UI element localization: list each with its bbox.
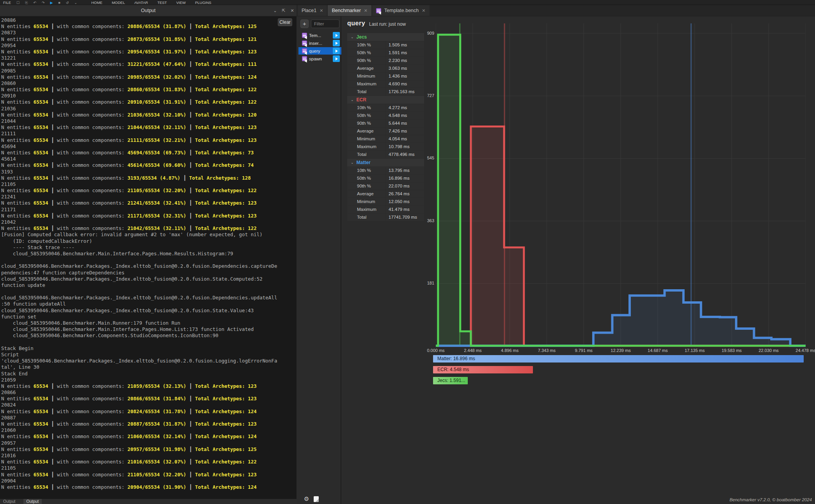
stats-section-header-matter[interactable]: ⌄Matter bbox=[347, 159, 424, 166]
script-icon bbox=[302, 56, 307, 61]
stat-label: Average bbox=[347, 127, 385, 135]
stat-label: Maximum bbox=[347, 143, 385, 150]
console-error-line: tal', Line 30 bbox=[1, 364, 297, 370]
clear-button[interactable]: Clear bbox=[278, 18, 292, 26]
run-benchmark-button[interactable] bbox=[333, 32, 340, 39]
benchmark-item-Tem[interactable]: Tem... bbox=[298, 32, 341, 39]
benchmark-item-spawn[interactable]: spawn bbox=[298, 55, 341, 62]
stat-label: Maximum bbox=[347, 206, 385, 213]
chevron-down-icon[interactable]: ⌄ bbox=[271, 8, 279, 13]
add-benchmark-button[interactable]: + bbox=[300, 19, 309, 28]
ribbon-tab-avatar[interactable]: AVATAR bbox=[134, 0, 148, 5]
output-footer-tab-0[interactable]: Output bbox=[0, 499, 19, 504]
clipboard-icon[interactable]: ☐ bbox=[16, 1, 20, 5]
stop-icon[interactable]: ■ bbox=[58, 1, 60, 5]
close-icon[interactable]: ✕ bbox=[320, 8, 323, 13]
console-error-line bbox=[1, 339, 297, 345]
ribbon-tab-model[interactable]: MODEL bbox=[112, 0, 125, 5]
console-line: N entities 65534 ┃ with common component… bbox=[1, 396, 297, 402]
stat-value: 2.230 ms bbox=[385, 57, 424, 64]
ribbon-tab-view[interactable]: VIEW bbox=[176, 0, 186, 5]
console-line: 20873 bbox=[1, 30, 297, 36]
history-icon[interactable]: ↺ bbox=[66, 1, 69, 5]
console-line: N entities 65534 ┃ with common component… bbox=[1, 49, 297, 55]
console-line: 21105 bbox=[1, 465, 297, 471]
x-tick-label: 17.135 ms bbox=[681, 348, 708, 353]
tab-place1[interactable]: Place1✕ bbox=[298, 5, 327, 16]
stats-section-header-ecr[interactable]: ⌄ECR bbox=[347, 96, 424, 104]
console-error-line: function update bbox=[1, 282, 297, 288]
stat-label: 50th % bbox=[347, 49, 385, 57]
stat-value: 4.054 ms bbox=[385, 135, 424, 143]
stat-value: 22.070 ms bbox=[385, 182, 424, 190]
output-footer-tab-1[interactable]: Output bbox=[23, 499, 42, 504]
console-line: 21044 bbox=[1, 118, 297, 124]
redo-icon[interactable]: ↷ bbox=[42, 1, 45, 5]
console-line: N entities 65534 ┃ with common component… bbox=[1, 225, 297, 232]
ribbon-tab-test[interactable]: TEST bbox=[157, 0, 167, 5]
benchmark-label: Tem... bbox=[309, 33, 331, 38]
stats-section-header-jecs[interactable]: ⌄Jecs bbox=[347, 33, 424, 41]
stat-row: Maximum4.690 ms bbox=[347, 80, 424, 88]
x-tick-label: 12.239 ms bbox=[607, 348, 634, 353]
stat-row: 10th %1.505 ms bbox=[347, 41, 424, 49]
tab-benchmarker[interactable]: Benchmarker✕ bbox=[328, 5, 371, 16]
x-tick-label: 9.791 ms bbox=[570, 348, 597, 353]
y-tick-label: 363 bbox=[419, 218, 434, 223]
stat-label: Minimum bbox=[347, 198, 385, 205]
last-run-label: Last run: just now bbox=[369, 21, 406, 27]
benchmark-label: inser... bbox=[309, 41, 331, 46]
tab-template-bench[interactable]: Template.bench✕ bbox=[372, 5, 429, 16]
console-error-line: [Fusion] Computed callback error: invali… bbox=[1, 232, 297, 238]
legend-bar-ecr: ECR: 4.548 ms bbox=[433, 366, 533, 373]
paste-icon[interactable]: ⎘ bbox=[25, 1, 28, 5]
console-line: 45614 bbox=[1, 156, 297, 162]
undo-icon[interactable]: ↶ bbox=[33, 1, 36, 5]
y-tick-label: 727 bbox=[419, 93, 434, 98]
y-tick-label: 909 bbox=[419, 31, 434, 35]
console-line: N entities 65534 ┃ with common component… bbox=[1, 421, 297, 427]
console-line: 20887 bbox=[1, 415, 297, 421]
stat-label: 90th % bbox=[347, 57, 385, 64]
console-line: 20904 bbox=[1, 478, 297, 484]
stats-section-name: Matter bbox=[357, 160, 371, 165]
console-line: N entities 65534 ┃ with common component… bbox=[1, 213, 297, 219]
dropdown-icon[interactable]: ⌄ bbox=[74, 1, 77, 5]
console-line: N entities 65534 ┃ with common component… bbox=[1, 99, 297, 105]
close-icon[interactable]: ✕ bbox=[288, 8, 297, 13]
play-icon[interactable]: ▶ bbox=[50, 1, 53, 5]
benchmark-item-inser[interactable]: inser... bbox=[298, 39, 341, 47]
console-line: N entities 65534 ┃ with common component… bbox=[1, 383, 297, 389]
console-error-line: ---- Stack trace ---- bbox=[1, 244, 297, 251]
run-benchmark-button[interactable] bbox=[333, 55, 340, 62]
output-console: 20886N entities 65534 ┃ with common comp… bbox=[0, 16, 297, 499]
stat-row: Total1726.163 ms bbox=[347, 88, 424, 95]
stat-value: 26.764 ms bbox=[385, 190, 424, 198]
close-icon[interactable]: ✕ bbox=[422, 8, 425, 13]
x-tick-label: 0.000 ms bbox=[422, 348, 449, 353]
benchmark-item-query[interactable]: query bbox=[298, 47, 341, 55]
file-menu[interactable]: FILE bbox=[3, 0, 11, 5]
docs-icon[interactable] bbox=[314, 496, 319, 502]
stat-row: 50th %16.896 ms bbox=[347, 175, 424, 182]
run-benchmark-button[interactable] bbox=[333, 48, 340, 54]
ribbon-tab-home[interactable]: HOME bbox=[91, 0, 103, 5]
run-benchmark-button[interactable] bbox=[333, 40, 340, 46]
stat-row: Average26.764 ms bbox=[347, 190, 424, 198]
y-tick-label: 181 bbox=[419, 281, 434, 285]
stat-label: Average bbox=[347, 190, 385, 198]
app-window: FILE ☐ ⎘ ↶ ↷ ▶ ■ ↺ ⌄ HOMEMODELAVATARTEST… bbox=[0, 0, 815, 504]
output-bottom-tabs: OutputOutput bbox=[0, 499, 297, 504]
tab-label: Template.bench bbox=[384, 8, 419, 13]
dock-icon[interactable]: ⇱ bbox=[279, 8, 288, 13]
settings-gear-icon[interactable]: ⚙ bbox=[304, 495, 309, 502]
stat-row: Maximum41.479 ms bbox=[347, 206, 424, 213]
filter-input[interactable] bbox=[311, 19, 339, 28]
ribbon-tab-plugins[interactable]: PLUGINS bbox=[195, 0, 211, 5]
chevron-down-icon: ⌄ bbox=[351, 161, 354, 164]
console-line: N entities 65534 ┃ with common component… bbox=[1, 150, 297, 156]
stat-value: 12.050 ms bbox=[385, 198, 424, 205]
stat-value: 3.063 ms bbox=[385, 65, 424, 72]
x-tick-label: 14.687 ms bbox=[644, 348, 671, 353]
close-icon[interactable]: ✕ bbox=[364, 8, 368, 13]
